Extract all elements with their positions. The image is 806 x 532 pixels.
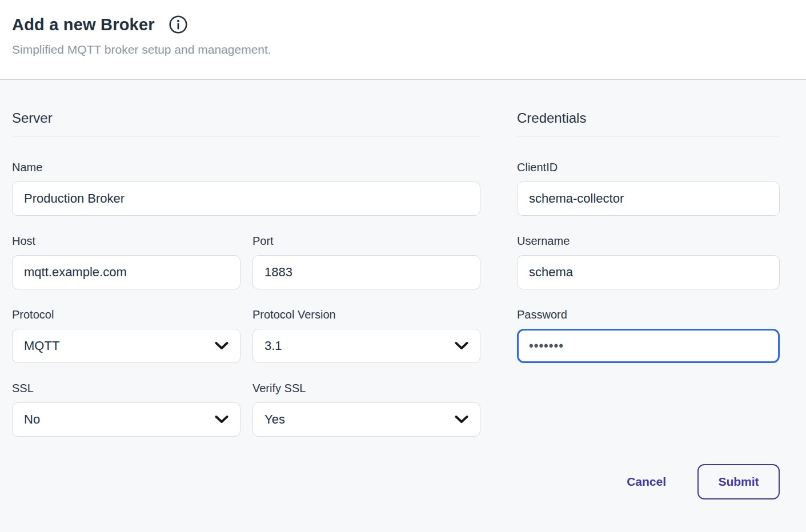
username-label: Username xyxy=(517,234,780,248)
protocol-version-field: Protocol Version 3.1 xyxy=(252,308,480,363)
chevron-down-icon xyxy=(215,416,228,424)
host-field: Host xyxy=(12,234,240,289)
client-id-field: ClientID xyxy=(517,160,780,216)
password-field: Password xyxy=(517,308,780,363)
ssl-field: SSL No xyxy=(12,381,240,437)
protocol-field: Protocol MQTT xyxy=(12,308,240,363)
submit-button[interactable]: Submit xyxy=(697,464,780,499)
server-section-divider xyxy=(12,136,480,136)
protocol-label: Protocol xyxy=(12,308,240,321)
credentials-section-divider xyxy=(517,136,780,136)
verify-ssl-field: Verify SSL Yes xyxy=(252,381,480,437)
name-input[interactable] xyxy=(12,182,480,216)
protocol-select[interactable]: MQTT xyxy=(12,329,240,363)
protocol-version-select-value: 3.1 xyxy=(264,338,282,353)
ssl-select-value: No xyxy=(24,412,40,427)
credentials-section: Credentials ClientID Username Password xyxy=(517,110,780,363)
chevron-down-icon xyxy=(455,342,468,350)
page-title: Add a new Broker xyxy=(12,15,155,34)
port-field: Port xyxy=(252,234,480,289)
username-input[interactable] xyxy=(517,255,780,289)
page-header: Add a new Broker Simplified MQTT broker … xyxy=(0,0,806,80)
password-label: Password xyxy=(517,308,780,321)
port-label: Port xyxy=(252,234,480,248)
page-subtitle: Simplified MQTT broker setup and managem… xyxy=(12,43,792,57)
username-field: Username xyxy=(517,234,780,289)
verify-ssl-label: Verify SSL xyxy=(252,381,480,395)
name-field: Name xyxy=(12,160,480,216)
password-input[interactable] xyxy=(517,329,780,363)
ssl-select[interactable]: No xyxy=(12,402,240,437)
host-input[interactable] xyxy=(12,255,240,289)
protocol-version-label: Protocol Version xyxy=(252,308,480,321)
broker-form: Server Name Host Port xyxy=(0,110,806,499)
info-circle-icon[interactable] xyxy=(169,15,188,34)
chevron-down-icon xyxy=(215,342,228,350)
protocol-select-value: MQTT xyxy=(24,338,59,353)
form-actions: Cancel Submit xyxy=(12,464,780,499)
protocol-version-select[interactable]: 3.1 xyxy=(252,329,480,363)
host-label: Host xyxy=(12,234,240,248)
verify-ssl-select-value: Yes xyxy=(264,412,285,427)
client-id-input[interactable] xyxy=(517,182,780,216)
name-label: Name xyxy=(12,160,480,174)
verify-ssl-select[interactable]: Yes xyxy=(252,402,480,437)
cancel-button[interactable]: Cancel xyxy=(627,475,666,489)
client-id-label: ClientID xyxy=(517,160,780,174)
server-section-heading: Server xyxy=(12,110,480,127)
ssl-label: SSL xyxy=(12,381,240,395)
server-section: Server Name Host Port xyxy=(12,110,480,437)
chevron-down-icon xyxy=(455,416,468,424)
add-broker-page: Add a new Broker Simplified MQTT broker … xyxy=(0,0,806,532)
credentials-section-heading: Credentials xyxy=(517,110,780,127)
port-input[interactable] xyxy=(252,255,480,289)
